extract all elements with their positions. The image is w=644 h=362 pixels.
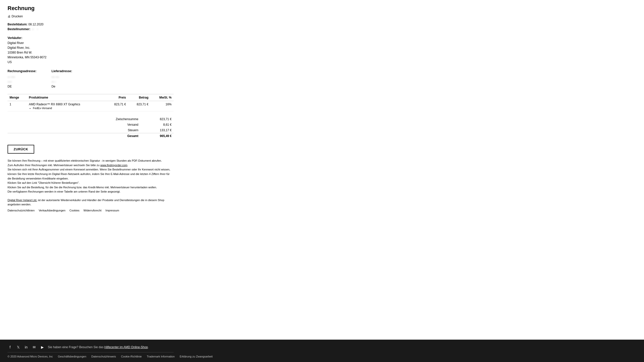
helpcenter-link[interactable]: Hilfecenter im AMD Online-Shop — [104, 345, 148, 349]
social-row: f 𝕏 in ✉ ▶ Sie haben eine Frage? Besuche… — [8, 345, 636, 350]
shipping-address: Lieferadresse: ···· ···· ··· · De — [52, 69, 72, 89]
footer-link[interactable]: Verkaufsbedingungen — [39, 209, 65, 212]
footer-link[interactable]: Cookies — [69, 209, 79, 212]
page-wrapper: Rechnung 🖨 Drucken Bestelldatum: 08.12.2… — [0, 0, 644, 362]
footer-link[interactable]: Datenschutzrichtlinien — [8, 209, 35, 212]
facebook-icon[interactable]: f — [8, 345, 13, 350]
copyright-text: © 2020 Advanced Micro Devices, Inc — [8, 355, 53, 358]
copyright-row: © 2020 Advanced Micro Devices, IncGeschä… — [8, 355, 636, 358]
invoice-table: Menge Produktname Preis Betrag MwSt. % 1… — [8, 94, 174, 111]
email-icon[interactable]: ✉ — [32, 345, 37, 350]
twitter-icon[interactable]: 𝕏 — [16, 345, 21, 350]
black-footer-link[interactable]: Geschäftsbedingungen — [58, 355, 86, 358]
authorized-text: Digital River Ireland Ltd. ist der autor… — [8, 198, 174, 206]
info-text: Sie können Ihre Rechnung – mit einer qua… — [8, 159, 174, 194]
footer-divider — [8, 352, 174, 352]
main-content: Rechnung 🖨 Drucken Bestelldatum: 08.12.2… — [0, 0, 181, 340]
table-row: 1 AMD Radeon™ RX 6900 XT Graphics FedEx-… — [8, 101, 174, 111]
black-footer-link[interactable]: Datenschutzhinweis — [91, 355, 116, 358]
black-footer: f 𝕏 in ✉ ▶ Sie haben eine Frage? Besuche… — [0, 340, 644, 362]
shipping-row: Versand 8,61 € — [8, 122, 174, 127]
subtotal-row: Zwischensumme 823,71 € — [8, 116, 174, 122]
total-row: Gesamt 965,49 € — [8, 133, 174, 139]
black-footer-link[interactable]: Erklärung zu Zwangsarbeit — [180, 355, 213, 358]
col-product: Produktname — [27, 94, 106, 101]
address-row: Rechnungsadresse: ··· ····· ····· DE Lie… — [8, 69, 174, 89]
col-betrag: Betrag — [128, 94, 150, 101]
col-preis: Preis — [106, 94, 128, 101]
back-button[interactable]: ZURÜCK — [8, 145, 34, 154]
linkedin-icon[interactable]: in — [24, 345, 29, 350]
col-mwst: MwSt. % — [150, 94, 174, 101]
findmyorder-link[interactable]: www.findmyorder.com — [100, 164, 128, 167]
digital-river-link[interactable]: Digital River Ireland Ltd. — [8, 199, 37, 202]
youtube-icon[interactable]: ▶ — [40, 345, 45, 350]
order-meta: Bestelldatum: 08.12.2020 Bestellnummer: … — [8, 22, 174, 32]
footer-link[interactable]: Impressum — [105, 209, 119, 212]
seller-section: Verkäufer: Digital River Digital River, … — [8, 36, 174, 65]
black-footer-link[interactable]: Trademark Information — [147, 355, 175, 358]
col-menge: Menge — [8, 94, 27, 101]
page-title: Rechnung — [8, 5, 174, 12]
black-footer-link[interactable]: Cookie-Richtlinie — [121, 355, 142, 358]
totals-table: Zwischensumme 823,71 € Versand 8,61 € St… — [8, 116, 174, 139]
billing-address: Rechnungsadresse: ··· ····· ····· DE — [8, 69, 36, 89]
tax-row: Steuern 133,17 € — [8, 127, 174, 133]
printer-icon: 🖨 — [8, 15, 11, 18]
print-link[interactable]: 🖨 Drucken — [8, 15, 23, 18]
footer-link[interactable]: Widerrufsrecht — [84, 209, 102, 212]
footer-links: DatenschutzrichtlinienVerkaufsbedingunge… — [8, 209, 174, 212]
